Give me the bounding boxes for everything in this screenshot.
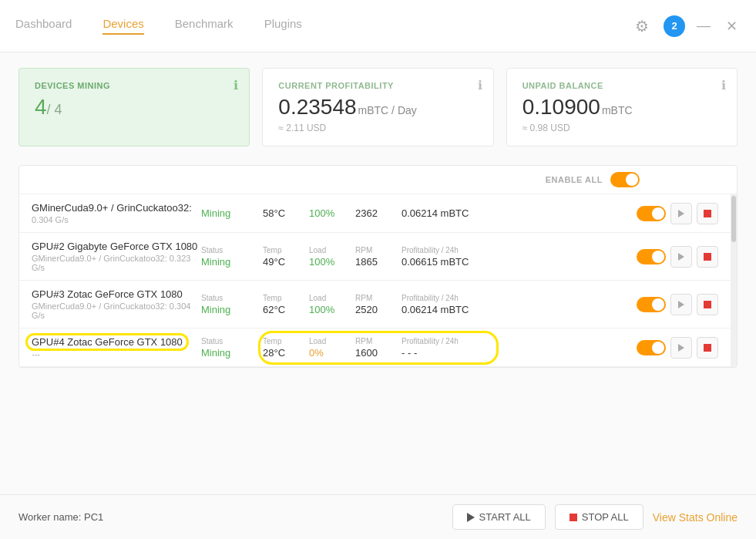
rpm-header-gpu3: RPM bbox=[355, 294, 402, 302]
status-value-gpu3: Mining bbox=[201, 304, 263, 315]
start-all-button[interactable]: START ALL bbox=[452, 504, 546, 530]
stop-all-icon bbox=[570, 514, 577, 521]
load-value-gpu1: 100% bbox=[309, 207, 355, 219]
unpaid-balance-label: UNPAID BALANCE bbox=[522, 81, 721, 90]
rpm-value-gpu1: 2362 bbox=[355, 207, 402, 219]
col-profit-gpu1: 0.06214 mBTC bbox=[402, 207, 494, 219]
start-all-label: START ALL bbox=[479, 511, 531, 523]
info-icon-devices[interactable]: ℹ bbox=[234, 78, 238, 93]
device-name-gpu1: GMinerCuda9.0+ / GrinCuckatoo32: bbox=[32, 202, 201, 214]
tab-devices[interactable]: Devices bbox=[102, 17, 143, 35]
rpm-value-gpu2: 1865 bbox=[355, 256, 402, 268]
play-button-gpu3[interactable] bbox=[670, 294, 692, 315]
col-temp-gpu1: 58°C bbox=[263, 207, 309, 219]
bottom-bar: Worker name: PC1 START ALL STOP ALL View… bbox=[0, 494, 756, 539]
scrollbar[interactable] bbox=[731, 194, 737, 367]
device-info-gpu2: GPU#2 Gigabyte GeForce GTX 1080 GMinerCu… bbox=[32, 241, 201, 272]
profit-value-gpu3: 0.06214 mBTC bbox=[402, 304, 494, 315]
tab-dashboard[interactable]: Dashboard bbox=[15, 17, 72, 35]
toggle-gpu4[interactable] bbox=[637, 340, 666, 355]
device-info-gpu1: GMinerCuda9.0+ / GrinCuckatoo32: 0.304 G… bbox=[32, 202, 201, 224]
play-button-gpu2[interactable] bbox=[670, 246, 692, 268]
temp-value-gpu2: 49°C bbox=[263, 256, 309, 268]
status-value-gpu1: Mining bbox=[201, 207, 263, 219]
notification-badge[interactable]: 2 bbox=[664, 15, 685, 37]
status-header-gpu3: Status bbox=[201, 294, 263, 302]
load-value-gpu4: 0% bbox=[309, 347, 355, 359]
col-status-gpu1: Mining bbox=[201, 207, 263, 219]
stop-all-button[interactable]: STOP ALL bbox=[555, 504, 643, 530]
temp-header-gpu2: Temp bbox=[263, 246, 309, 254]
stop-all-label: STOP ALL bbox=[582, 511, 629, 523]
stop-icon-gpu4 bbox=[704, 344, 711, 352]
info-icon-balance[interactable]: ℹ bbox=[721, 78, 726, 93]
col-rpm-gpu2: RPM 1865 bbox=[355, 246, 402, 268]
unpaid-balance-main: 0.10900 bbox=[522, 95, 600, 119]
worker-label: Worker name: bbox=[18, 511, 81, 523]
settings-button[interactable]: ⚙ bbox=[630, 14, 654, 39]
temp-header-gpu4: Temp bbox=[263, 337, 309, 345]
device-name-gpu3: GPU#3 Zotac GeForce GTX 1080 bbox=[32, 288, 201, 300]
col-status-gpu4: Status Mining bbox=[201, 337, 263, 359]
status-value-gpu4: Mining bbox=[201, 347, 263, 359]
rpm-value-gpu4: 1600 bbox=[355, 347, 402, 359]
col-load-gpu1: 100% bbox=[309, 207, 355, 219]
profitability-value: 0.23548mBTC / Day bbox=[278, 96, 477, 118]
play-icon-gpu1 bbox=[678, 210, 684, 217]
devices-mining-label: DEVICES MINING bbox=[35, 81, 234, 90]
device-info-gpu3: GPU#3 Zotac GeForce GTX 1080 GMinerCuda9… bbox=[32, 288, 201, 320]
main-content: ℹ DEVICES MINING 4/ 4 ℹ CURRENT PROFITAB… bbox=[0, 52, 756, 494]
play-icon-gpu3 bbox=[678, 301, 684, 308]
col-rpm-gpu4: RPM 1600 bbox=[355, 337, 402, 359]
col-status-gpu2: Status Mining bbox=[201, 246, 263, 268]
stop-button-gpu3[interactable] bbox=[697, 294, 718, 315]
nav-tabs: Dashboard Devices Benchmark Plugins bbox=[15, 17, 302, 35]
toggle-gpu2[interactable] bbox=[637, 249, 666, 264]
rpm-value-gpu3: 2520 bbox=[355, 304, 402, 315]
devices-mining-value: 4/ 4 bbox=[35, 96, 234, 118]
device-name-gpu4: GPU#4 Zotac GeForce GTX 1080 bbox=[32, 336, 183, 348]
device-actions-gpu3 bbox=[632, 294, 724, 315]
play-button-gpu1[interactable] bbox=[670, 203, 692, 224]
devices-wrapper: GMinerCuda9.0+ / GrinCuckatoo32: 0.304 G… bbox=[19, 194, 737, 367]
rpm-header-gpu2: RPM bbox=[355, 246, 402, 254]
stop-button-gpu1[interactable] bbox=[697, 203, 718, 224]
toggle-gpu1[interactable] bbox=[637, 206, 666, 221]
info-icon-profit[interactable]: ℹ bbox=[478, 78, 482, 93]
enable-all-toggle[interactable] bbox=[610, 172, 640, 187]
bottom-actions: START ALL STOP ALL View Stats Online bbox=[452, 504, 738, 530]
device-info-gpu4: GPU#4 Zotac GeForce GTX 1080 --- bbox=[32, 336, 201, 359]
profit-value-gpu4: - - - bbox=[402, 347, 494, 359]
stop-icon-gpu1 bbox=[704, 210, 711, 217]
device-cols-gpu2: Status Mining Temp 49°C Load 100% bbox=[201, 246, 632, 268]
profitability-label: CURRENT PROFITABILITY bbox=[278, 81, 477, 90]
play-button-gpu4[interactable] bbox=[670, 337, 692, 359]
stop-button-gpu2[interactable] bbox=[697, 246, 718, 268]
tab-benchmark[interactable]: Benchmark bbox=[175, 17, 234, 35]
profitability-unit: mBTC / Day bbox=[358, 104, 417, 116]
enable-all-label: ENABLE ALL bbox=[546, 175, 603, 184]
stop-button-gpu4[interactable] bbox=[697, 337, 718, 359]
device-cols-gpu3: Status Mining Temp 62°C Load 100% bbox=[201, 294, 632, 315]
close-button[interactable]: ✕ bbox=[722, 17, 741, 35]
load-header-gpu2: Load bbox=[309, 246, 355, 254]
view-stats-link[interactable]: View Stats Online bbox=[653, 511, 738, 524]
load-value-gpu2: 100% bbox=[309, 256, 355, 268]
col-load-gpu4: Load 0% bbox=[309, 337, 355, 359]
tab-plugins[interactable]: Plugins bbox=[264, 17, 302, 35]
temp-header-gpu3: Temp bbox=[263, 294, 309, 302]
col-profit-gpu2: Profitability / 24h 0.06615 mBTC bbox=[402, 246, 494, 268]
device-actions-gpu1 bbox=[632, 203, 724, 224]
minimize-button[interactable]: — bbox=[694, 17, 713, 35]
profit-header-gpu4: Profitability / 24h bbox=[402, 337, 494, 345]
col-status-gpu3: Status Mining bbox=[201, 294, 263, 315]
device-name-gpu2: GPU#2 Gigabyte GeForce GTX 1080 bbox=[32, 241, 201, 252]
scrollbar-thumb[interactable] bbox=[731, 196, 736, 242]
load-header-gpu4: Load bbox=[309, 337, 355, 345]
profitability-card: ℹ CURRENT PROFITABILITY 0.23548mBTC / Da… bbox=[262, 68, 493, 147]
profitability-main: 0.23548 bbox=[278, 95, 356, 119]
col-profit-gpu3: Profitability / 24h 0.06214 mBTC bbox=[402, 294, 494, 315]
load-value-gpu3: 100% bbox=[309, 304, 355, 315]
toggle-gpu3[interactable] bbox=[637, 297, 666, 312]
table-row: GMinerCuda9.0+ / GrinCuckatoo32: 0.304 G… bbox=[19, 194, 731, 233]
